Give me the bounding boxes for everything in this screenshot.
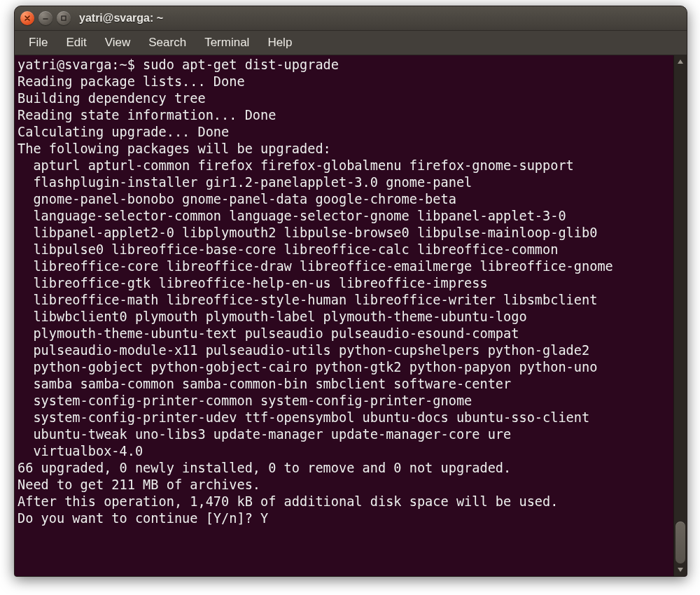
scrollbar[interactable] xyxy=(673,55,687,576)
scroll-thumb[interactable] xyxy=(676,522,685,564)
titlebar[interactable]: yatri@svarga: ~ xyxy=(15,6,687,31)
terminal-window: yatri@svarga: ~ File Edit View Search Te… xyxy=(14,6,687,577)
menu-edit[interactable]: Edit xyxy=(57,33,94,52)
terminal-area[interactable]: yatri@svarga:~$ sudo apt-get dist-upgrad… xyxy=(15,55,687,576)
minimize-icon[interactable] xyxy=(38,11,52,25)
scroll-down-icon[interactable] xyxy=(674,564,687,576)
menubar: File Edit View Search Terminal Help xyxy=(15,31,687,55)
menu-terminal[interactable]: Terminal xyxy=(196,33,258,52)
menu-help[interactable]: Help xyxy=(259,33,300,52)
menu-search[interactable]: Search xyxy=(140,33,195,52)
window-title: yatri@svarga: ~ xyxy=(79,12,163,24)
menu-file[interactable]: File xyxy=(20,33,56,52)
menu-view[interactable]: View xyxy=(97,33,139,52)
terminal-output[interactable]: yatri@svarga:~$ sudo apt-get dist-upgrad… xyxy=(15,55,674,576)
svg-rect-0 xyxy=(62,16,66,20)
scroll-track[interactable] xyxy=(676,68,685,564)
close-icon[interactable] xyxy=(20,11,34,25)
maximize-icon[interactable] xyxy=(57,11,71,25)
window-controls xyxy=(20,11,71,25)
scroll-up-icon[interactable] xyxy=(674,55,687,68)
